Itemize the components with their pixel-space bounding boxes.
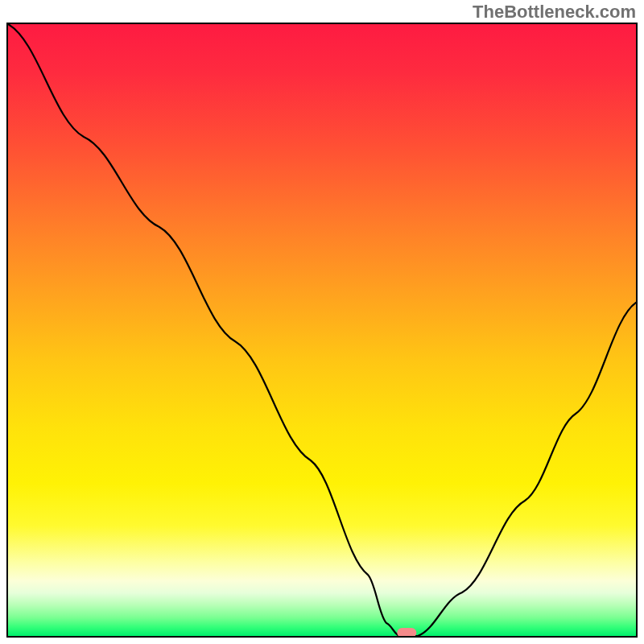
svg-rect-0 bbox=[397, 628, 416, 636]
watermark-label: TheBottleneck.com bbox=[473, 2, 636, 23]
plot-frame bbox=[6, 23, 638, 638]
optimal-marker bbox=[8, 24, 636, 636]
chart-container: TheBottleneck.com bbox=[0, 0, 644, 644]
